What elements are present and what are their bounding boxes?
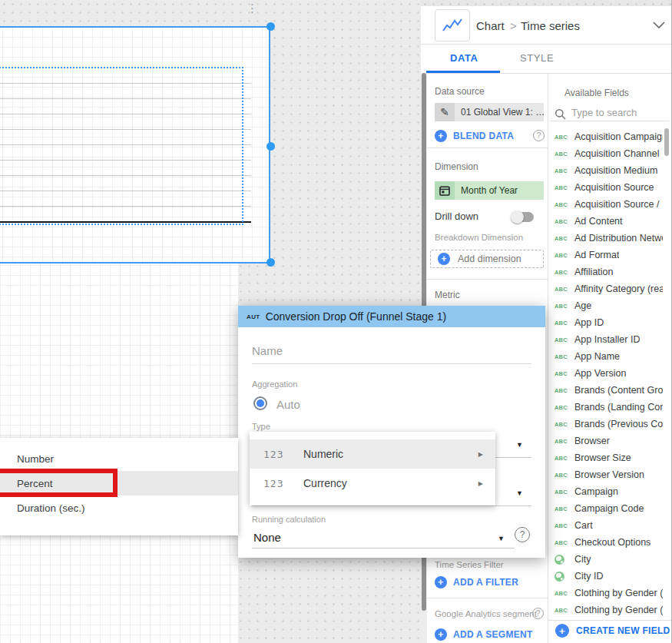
data-source-chip[interactable]: ✎ 01 Global View 1: … xyxy=(435,103,544,121)
tab-style[interactable]: STYLE xyxy=(520,52,554,64)
drill-down-label: Drill down xyxy=(435,210,478,222)
menu-item-duration[interactable]: Duration (sec.) xyxy=(0,496,238,520)
running-calc-value[interactable]: None xyxy=(253,531,281,544)
field-item[interactable]: Campaign Code xyxy=(548,500,663,517)
chart-type-tile[interactable] xyxy=(435,9,470,41)
field-item[interactable]: Acquisition Campaign xyxy=(548,128,663,145)
tabs-divider xyxy=(421,73,672,74)
add-segment-button[interactable]: + ADD A SEGMENT xyxy=(435,628,533,641)
field-type-icon xyxy=(554,320,569,326)
field-item[interactable]: Clothing by Gender (L… xyxy=(548,602,663,618)
aggregation-label: Aggregation xyxy=(252,380,297,389)
drill-down-toggle[interactable] xyxy=(512,212,534,222)
field-item[interactable]: Acquisition Source xyxy=(548,179,663,196)
data-source-label: Data source xyxy=(435,86,485,97)
blend-help-icon[interactable]: ? xyxy=(533,130,545,141)
field-type-icon xyxy=(554,353,569,360)
field-item[interactable]: Brands (Previous Con… xyxy=(548,416,663,433)
field-type-icon xyxy=(554,218,569,225)
field-label: Brands (Landing Cont… xyxy=(574,402,663,413)
field-item[interactable]: Ad Content xyxy=(548,213,663,230)
metric-editor-header[interactable]: AUT Conversion Drop Off (Funnel Stage 1) xyxy=(238,306,545,327)
field-item[interactable]: Acquisition Channel xyxy=(548,145,663,162)
field-label: City xyxy=(574,554,591,565)
running-calc-dropdown-arrow-icon[interactable]: ▼ xyxy=(498,535,505,542)
ga-segment-help-icon[interactable]: ? xyxy=(532,608,544,619)
field-item[interactable]: Ad Distribution Netwo… xyxy=(548,230,663,247)
field-item[interactable]: Acquisition Source / … xyxy=(548,196,663,213)
resize-handle-bottom-right[interactable] xyxy=(266,258,275,267)
tab-data[interactable]: DATA xyxy=(450,52,478,64)
field-item[interactable]: Clothing by Gender (C… xyxy=(548,585,663,602)
field-type-icon xyxy=(554,572,564,582)
field-item[interactable]: App Name xyxy=(548,348,663,365)
breadcrumb-separator: > xyxy=(510,19,517,32)
field-item[interactable]: App ID xyxy=(548,314,663,331)
field-label: Acquisition Source xyxy=(574,182,654,193)
breakdown-dimension-label: Breakdown Dimension xyxy=(435,233,523,242)
running-calc-help-icon[interactable]: ? xyxy=(515,527,530,542)
dimension-chip[interactable]: Month of Year xyxy=(435,181,544,200)
selected-time-series-chart[interactable] xyxy=(0,27,270,263)
add-filter-button[interactable]: + ADD A FILTER xyxy=(435,576,518,588)
field-item[interactable]: Acquisition Medium xyxy=(548,162,663,179)
add-filter-label: ADD A FILTER xyxy=(453,577,518,588)
menu-item-currency[interactable]: 123 Currency ▶ xyxy=(250,469,495,498)
breadcrumb-chart[interactable]: Chart xyxy=(476,19,505,32)
breadcrumb-chart-subtype[interactable]: Time series xyxy=(521,19,580,32)
field-label: Checkout Options xyxy=(574,537,650,548)
comparison-dropdown-arrow-icon[interactable]: ▼ xyxy=(516,489,523,497)
blend-data-button[interactable]: + BLEND DATA xyxy=(435,130,514,142)
field-item[interactable]: City ID xyxy=(548,568,663,585)
more-options-icon[interactable]: ⋮ xyxy=(247,5,256,11)
plus-icon: + xyxy=(435,628,447,641)
field-type-icon xyxy=(554,269,569,276)
resize-handle-top-right[interactable] xyxy=(266,22,275,31)
type-dropdown-arrow-icon[interactable]: ▼ xyxy=(516,441,523,449)
aggregation-auto-radio[interactable] xyxy=(253,396,267,410)
field-item[interactable]: Age xyxy=(548,297,663,314)
field-item[interactable]: Browser xyxy=(548,433,663,449)
add-dimension-button[interactable]: + Add dimension xyxy=(430,250,544,268)
metric-name-input[interactable] xyxy=(252,344,531,364)
field-label: City ID xyxy=(574,571,604,582)
field-label: Ad Distribution Netwo… xyxy=(574,233,663,244)
menu-item-numeric[interactable]: 123 Numeric ▶ xyxy=(250,439,495,469)
edit-pencil-icon[interactable]: ✎ xyxy=(435,103,455,121)
field-item[interactable]: Brands (Content Group) xyxy=(548,382,663,399)
field-item[interactable]: Affinity Category (reac… xyxy=(548,280,663,297)
fields-scrollbar-thumb[interactable] xyxy=(664,128,669,156)
field-item[interactable]: Brands (Landing Cont… xyxy=(548,399,663,416)
field-item[interactable]: City xyxy=(548,551,663,568)
field-type-icon xyxy=(554,555,564,565)
field-search-input[interactable] xyxy=(571,107,657,118)
radio-dot xyxy=(257,399,264,407)
plus-icon: + xyxy=(435,576,447,588)
field-label: Acquisition Campaign xyxy=(574,131,663,142)
annotation-highlight-box xyxy=(0,469,118,497)
field-label: Ad Format xyxy=(574,250,619,260)
blend-data-label: BLEND DATA xyxy=(453,131,514,141)
field-type-icon xyxy=(554,252,569,259)
chevron-down-icon[interactable] xyxy=(653,22,665,28)
field-item[interactable]: Campaign xyxy=(548,483,663,500)
dimension-value: Month of Year xyxy=(455,181,544,200)
field-label: Cart xyxy=(574,520,593,531)
section-divider xyxy=(427,147,548,148)
field-item[interactable]: App Version xyxy=(548,365,663,382)
field-label: Clothing by Gender (L… xyxy=(574,605,663,615)
resize-handle-middle-right[interactable] xyxy=(266,142,275,151)
line-chart-icon xyxy=(442,18,463,33)
selection-border-bottom xyxy=(0,262,270,263)
field-item[interactable]: App Installer ID xyxy=(548,331,663,348)
create-new-field-button[interactable]: + CREATE NEW FIELD xyxy=(555,624,670,638)
field-item[interactable]: Ad Format xyxy=(548,247,663,263)
field-label: App Name xyxy=(574,351,620,362)
menu-item-number[interactable]: Number xyxy=(0,446,238,471)
field-item[interactable]: Checkout Options xyxy=(548,534,663,551)
field-item[interactable]: Affiliation xyxy=(548,263,663,280)
field-item[interactable]: Cart xyxy=(548,517,663,534)
running-calc-underline xyxy=(252,548,515,549)
field-item[interactable]: Browser Version xyxy=(548,466,663,483)
field-item[interactable]: Browser Size xyxy=(548,449,663,466)
